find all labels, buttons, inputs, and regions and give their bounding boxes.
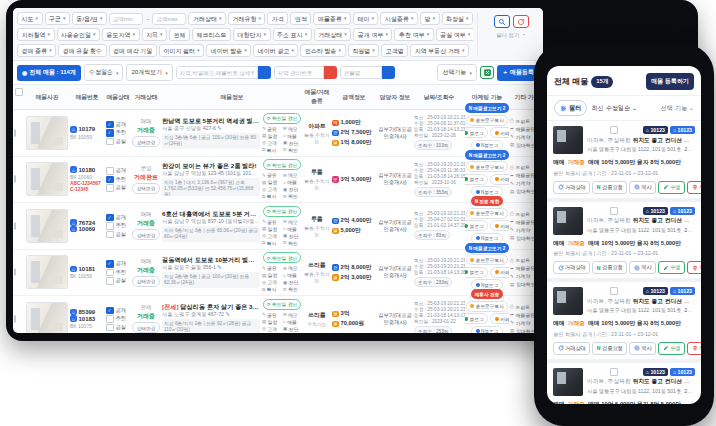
listing-photo[interactable] xyxy=(26,162,68,196)
change-status-button[interactable]: 상태변경 xyxy=(132,229,159,240)
listing-photo[interactable] xyxy=(26,255,68,289)
quick-action-8[interactable]: ⟳확인 xyxy=(283,240,302,246)
phone-register-button[interactable]: 매물 등록하기 xyxy=(646,73,694,90)
quick-action-3[interactable]: ▤일정 xyxy=(262,226,281,232)
promo-copy-button[interactable]: 홍보문구복사 xyxy=(466,208,509,219)
blog-button[interactable]: 블로그 xyxy=(465,127,488,138)
filter-button[interactable]: 가격 xyxy=(267,12,288,25)
filter-dropdown[interactable]: 방▾ xyxy=(420,12,440,25)
phone-listing-photo[interactable] xyxy=(553,287,583,315)
status-check[interactable]: 공실 xyxy=(106,231,130,239)
filter-dropdown[interactable]: 직원별▾ xyxy=(348,44,380,57)
filter-button[interactable]: 경매 매각 기일 xyxy=(109,44,157,57)
phone-trade-status-button[interactable]: 거래상태 xyxy=(553,342,590,355)
quick-action-4[interactable]: ⌂매물 xyxy=(283,272,302,278)
filter-amount-input[interactable] xyxy=(109,13,143,25)
change-status-button[interactable]: 상태변경 xyxy=(132,276,159,287)
row-checkbox[interactable] xyxy=(14,175,16,183)
change-status-button[interactable]: 상태변경 xyxy=(132,183,159,194)
phone-delete-button[interactable]: 삭제 xyxy=(687,261,701,274)
filter-dropdown[interactable]: 용도지역▾ xyxy=(102,28,140,41)
blog-button[interactable]: 블로그 xyxy=(465,313,488,324)
promo-copy-button[interactable]: 홍보문구복사 xyxy=(466,254,509,265)
quick-action-2[interactable]: ✉메모 xyxy=(283,172,302,178)
quick-action-6[interactable]: ▣전단 xyxy=(283,186,302,192)
row-checkbox[interactable] xyxy=(14,315,16,323)
quick-action-1[interactable]: ✎공유 xyxy=(262,312,281,318)
filter-reset-button[interactable] xyxy=(513,15,529,28)
nblog-button[interactable]: N블로그 xyxy=(471,326,503,333)
phone-verify-button[interactable]: N검증요청 xyxy=(592,342,627,355)
phone-copy-button[interactable]: 복사 xyxy=(629,181,656,194)
phone-delete-button[interactable]: 삭제 xyxy=(687,342,701,355)
phone-edit-button[interactable]: 수정 xyxy=(658,261,685,274)
keyword-search-button[interactable] xyxy=(258,66,271,79)
phone-card-checkbox[interactable] xyxy=(610,287,618,295)
refresh-confirm-date-button[interactable]: ⟳ 확인일 갱신 xyxy=(263,159,302,170)
manage-no-search-input[interactable] xyxy=(274,66,324,79)
filter-collapse-toggle[interactable]: 필터 접기 ⌃ xyxy=(496,32,526,39)
naver-ad-button[interactable]: N 매물광고보기 2 xyxy=(465,150,509,160)
phone-listing-title[interactable]: 아파트, 주상복합 위치도 좋고 컨디션 좋은 가성비 좋은 브리즈... xyxy=(587,297,695,306)
naver-ad-button[interactable]: N 매물광고보기 2 xyxy=(465,103,509,113)
naver-ad-button[interactable]: N 매물광고보기 2 xyxy=(465,243,509,253)
quick-action-8[interactable]: ⟳확인 xyxy=(283,147,302,153)
phone-select-dropdown[interactable]: 선택 기능 ⌄ xyxy=(661,104,694,113)
filter-dropdown[interactable]: 네이버 발송▾ xyxy=(206,44,251,57)
quick-action-6[interactable]: ▣전단 xyxy=(283,140,302,146)
quick-action-7[interactable]: ⧉복사 xyxy=(262,240,281,246)
status-check[interactable]: 공실 xyxy=(106,277,130,285)
listing-title[interactable]: 한강이 보이는 뷰가 좋은 2룸 빌라! xyxy=(162,162,260,169)
filter-search-button[interactable] xyxy=(494,15,510,28)
listing-title[interactable]: 길동역에서 도보로 10분거리 빌라입니다! xyxy=(162,256,260,263)
filter-dropdown[interactable]: 공개 여부▾ xyxy=(353,28,392,41)
listing-title[interactable]: 6호선 대흥역에서 도보로 5분 거리에 위치한 단독... xyxy=(162,210,260,217)
phone-trade-status-button[interactable]: 거래상태 xyxy=(553,181,590,194)
phone-listing-title[interactable]: 아파트, 주상복합 위치도 좋고 컨디션 좋은 가성비 좋은 브리즈... xyxy=(587,377,695,386)
change-status-button[interactable]: 상태변경 xyxy=(132,136,159,147)
phone-card-checkbox[interactable] xyxy=(610,207,618,215)
quick-action-7[interactable]: ⧉복사 xyxy=(262,286,281,292)
refresh-confirm-date-button[interactable]: ⟳ 확인일 갱신 xyxy=(263,113,302,124)
filter-dropdown[interactable]: 지하철역▾ xyxy=(17,28,55,41)
quick-action-2[interactable]: ✉메모 xyxy=(283,265,302,271)
quick-action-1[interactable]: ✎공유 xyxy=(262,219,281,225)
filter-button[interactable]: 체크리스트 xyxy=(192,28,231,41)
filter-dropdown[interactable]: 거래상태▾ xyxy=(314,28,352,41)
cafe-button[interactable]: 카페 xyxy=(490,174,509,185)
blog-button[interactable]: 블로그 xyxy=(465,267,488,278)
filter-dropdown[interactable]: 화장실▾ xyxy=(442,12,474,25)
quick-action-8[interactable]: ⟳확인 xyxy=(283,286,302,292)
quick-action-5[interactable]: ◎고객 xyxy=(262,186,281,192)
quick-action-3[interactable]: ▤일정 xyxy=(262,319,281,325)
quick-action-4[interactable]: ⌂매물 xyxy=(283,319,302,325)
filter-dropdown[interactable]: 지목▾ xyxy=(142,28,168,41)
status-check[interactable]: ✓공개 xyxy=(106,307,130,315)
status-check[interactable]: 추천 xyxy=(106,315,130,323)
sort-dropdown[interactable]: 수정일순▾ xyxy=(84,64,124,81)
quick-action-6[interactable]: ▣전단 xyxy=(283,279,302,285)
quick-action-8[interactable]: ⟳확인 xyxy=(283,193,302,199)
filter-dropdown[interactable]: 구군▾ xyxy=(45,12,71,25)
quick-action-5[interactable]: ◎고객 xyxy=(262,279,281,285)
status-check[interactable]: ✓공개 xyxy=(106,121,130,129)
quick-action-1[interactable]: ✎공유 xyxy=(262,172,281,178)
filter-button[interactable]: 전체 xyxy=(169,28,190,41)
filter-dropdown[interactable]: 동/읍/면▾ xyxy=(72,12,107,25)
listing-title[interactable]: [전세] 답십리동 혼자 살기 좋은 3룸 전세 신축 빌라! xyxy=(162,303,260,310)
refresh-confirm-date-button[interactable]: ⟳ 확인일 갱신 xyxy=(263,206,302,217)
row-checkbox[interactable] xyxy=(14,129,16,137)
filter-dropdown[interactable]: 추천 여부▾ xyxy=(394,28,433,41)
phone-card-checkbox[interactable] xyxy=(610,126,618,134)
quick-action-7[interactable]: ⧉복사 xyxy=(262,193,281,199)
promo-copy-button[interactable]: 홍보문구복사 xyxy=(466,301,509,312)
filter-dropdown[interactable]: 거래상태▾ xyxy=(188,12,226,25)
quick-action-1[interactable]: ✎공유 xyxy=(262,126,281,132)
quick-action-7[interactable]: ⧉복사 xyxy=(262,147,281,153)
listing-title[interactable]: 한남역 도보로 5분거리 역세권 빌라! xyxy=(162,117,260,124)
status-check[interactable]: 공개 xyxy=(106,167,130,175)
status-check[interactable]: ✓공개 xyxy=(106,214,130,222)
quick-action-4[interactable]: ⌂매물 xyxy=(283,133,302,139)
edit-icon[interactable]: ✎ xyxy=(217,125,221,131)
filter-dropdown[interactable]: 사용승인일▾ xyxy=(57,28,101,41)
